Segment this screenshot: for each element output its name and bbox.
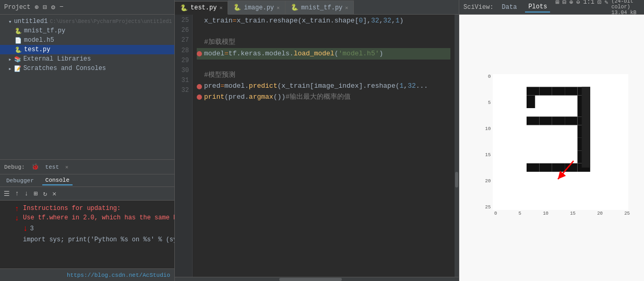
svg-rect-20 <box>527 96 535 108</box>
sidebar-item-label: Scratches and Consoles <box>23 65 106 72</box>
edit-icon[interactable]: ✎ <box>604 0 608 16</box>
console-output: ↑ ↓ Instructions for updating: Use tf.wh… <box>0 201 174 268</box>
status-bar: https://blog.csdn.net/AcStudio <box>0 268 174 281</box>
console-arrows: ↑ ↓ <box>4 204 170 225</box>
sidebar-item-label: mnist_tf.py <box>24 27 65 34</box>
sidebar-item-mnist[interactable]: 🐍 mnist_tf.py <box>0 26 174 36</box>
code-line-31: pred=model.predict(x_train[image_index].… <box>197 81 450 92</box>
debug-label: Debug: <box>4 164 25 170</box>
fit-icon[interactable]: ⊡ <box>598 0 601 16</box>
project-root[interactable]: ▾ untitled1 C:\Users\Bees\PycharmProject… <box>0 17 174 26</box>
tab-close-icon[interactable]: ✕ <box>345 5 348 11</box>
code-line-26 <box>197 27 450 37</box>
breakpoint-icon <box>197 95 202 100</box>
digit-display: 0 5 10 15 20 25 <box>468 69 635 227</box>
up-icon[interactable]: ↑ <box>14 189 21 198</box>
debug-tab-bar: Debug: 🐞 test ✕ <box>0 160 174 174</box>
svg-rect-10 <box>565 116 578 125</box>
code-content[interactable]: x_train=x_train.reshape(x_train.shape[0]… <box>193 15 455 277</box>
info-label: (24-bit color) 13.04 kB <box>611 0 640 16</box>
horizontal-scrollbar[interactable] <box>175 277 459 281</box>
project-tree: ▾ untitled1 C:\Users\Bees\PycharmProject… <box>0 15 174 159</box>
sidebar-item-label: model.h5 <box>24 37 54 44</box>
scroll-thumb[interactable] <box>455 172 458 188</box>
svg-rect-7 <box>527 116 539 125</box>
project-path: C:\Users\Bees\PycharmProjects\untitled1 <box>50 19 172 25</box>
sidebar-toolbar: Project ⊕ ⊟ ⚙ − <box>0 0 174 15</box>
folder-icon: ▸ <box>8 65 12 72</box>
svg-rect-8 <box>540 116 552 125</box>
code-text: model=tf.keras.models.load_model('model.… <box>204 49 383 60</box>
project-label: Project <box>4 4 30 11</box>
tab-label: test.py <box>190 4 217 11</box>
sciview-toolbar: SciView: Data Plots ⊞ ⊟ ⊕ ⊖ 1:1 ⊡ ✎ (24-… <box>459 0 644 15</box>
file-icon: 🐍 <box>15 46 22 53</box>
csdn-url[interactable]: https://blog.csdn.net/AcStudio <box>67 272 170 278</box>
folder-icon: ▸ <box>8 56 12 63</box>
refresh-icon[interactable]: ↻ <box>41 189 49 199</box>
sciview-tab-plots[interactable]: Plots <box>525 2 550 13</box>
scratches-icon: 📝 <box>14 65 21 72</box>
svg-rect-18 <box>565 163 578 172</box>
tab-close-icon[interactable]: ✕ <box>277 5 280 11</box>
menu-icon[interactable]: ☰ <box>2 189 11 199</box>
zoom-label: 1:1 <box>583 0 594 16</box>
code-line-25: x_train=x_train.reshape(x_train.shape[0]… <box>197 16 450 27</box>
svg-rect-0 <box>527 87 539 95</box>
svg-rect-16 <box>540 163 552 172</box>
code-text: x_train=x_train.reshape(x_train.shape[0]… <box>204 16 403 27</box>
stop-icon[interactable]: ✕ <box>51 189 58 199</box>
file-icon: 📄 <box>15 37 22 44</box>
tab-image-py[interactable]: 🐍 image.py ✕ <box>228 1 285 14</box>
sciview-icon-group: ⊞ ⊟ ⊕ ⊖ 1:1 ⊡ ✎ (24-bit color) 13.04 kB <box>555 0 640 16</box>
zoom-out-icon[interactable]: ⊖ <box>576 0 580 16</box>
tab-label: image.py <box>244 4 274 11</box>
debug-tab-name: test <box>45 164 59 170</box>
arrow-down-icon: ↓ <box>15 213 19 224</box>
code-line-27: #加载模型 <box>197 37 450 48</box>
project-name: untitled1 <box>14 18 48 25</box>
svg-rect-1 <box>540 87 552 95</box>
debug-tab-close[interactable]: ✕ <box>65 164 68 170</box>
editor-scrollbar[interactable] <box>455 15 459 277</box>
sidebar-item-scratches[interactable]: ▸ 📝 Scratches and Consoles <box>0 64 174 73</box>
sidebar-item-model[interactable]: 📄 model.h5 <box>0 36 174 45</box>
code-line-29 <box>197 60 450 70</box>
grid-icon[interactable]: ⊞ <box>32 189 40 199</box>
tab-debugger[interactable]: Debugger <box>3 177 37 185</box>
settings-icon[interactable]: ⚙ <box>51 3 55 11</box>
table-icon[interactable]: ⊟ <box>563 0 566 16</box>
sciview-image-area: 0 5 10 15 20 25 <box>459 15 644 281</box>
h-scroll-thumb[interactable] <box>279 278 342 281</box>
svg-rect-3 <box>565 87 578 95</box>
digit-image <box>493 74 628 210</box>
sciview-tab-data[interactable]: Data <box>499 3 520 12</box>
breakpoint-icon <box>197 51 202 56</box>
tab-icon: 🐍 <box>233 4 241 11</box>
minimize-icon[interactable]: − <box>59 3 64 11</box>
sidebar-item-label: External Libraries <box>23 55 91 63</box>
code-editor[interactable]: 25 26 27 28 29 30 31 32 x_train=x_train. <box>175 15 459 277</box>
svg-rect-2 <box>552 87 565 95</box>
grid-icon[interactable]: ⊞ <box>555 0 559 16</box>
split-icon[interactable]: ⊟ <box>43 3 47 11</box>
svg-rect-9 <box>552 116 565 125</box>
svg-rect-15 <box>527 163 539 172</box>
code-text: pred=model.predict(x_train[image_index].… <box>204 81 428 92</box>
tab-console[interactable]: Console <box>42 176 73 185</box>
code-line-30: #模型预测 <box>197 70 450 81</box>
debug-icon: 🐞 <box>31 163 39 171</box>
tab-mnist-tf-py[interactable]: 🐍 mnist_tf.py ✕ <box>285 1 354 14</box>
debug-area: Debug: 🐞 test ✕ Debugger Console ☰ ↑ ↓ ⊞… <box>0 159 174 281</box>
sidebar-item-test[interactable]: 🐍 test.py <box>0 45 174 54</box>
tab-close-icon[interactable]: ✕ <box>219 5 222 11</box>
console-subtab-bar: Debugger Console <box>0 174 174 187</box>
add-icon[interactable]: ⊕ <box>34 3 39 11</box>
sidebar-item-external[interactable]: ▸ 📚 External Libraries <box>0 54 174 64</box>
down-icon[interactable]: ↓ <box>23 189 30 198</box>
code-line-28: model=tf.keras.models.load_model('model.… <box>197 48 450 60</box>
zoom-in-icon[interactable]: ⊕ <box>569 0 573 16</box>
code-text: #加载模型 <box>204 37 235 48</box>
svg-rect-17 <box>552 163 565 172</box>
tab-test-py[interactable]: 🐍 test.py ✕ <box>175 1 228 15</box>
